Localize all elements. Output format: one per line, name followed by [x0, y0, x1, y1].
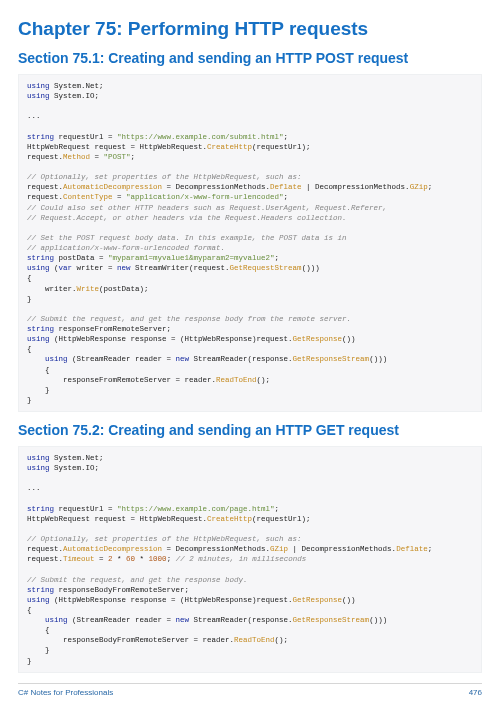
code-block-2: using System.Net; using System.IO; ... s…	[18, 446, 482, 673]
code-block-1: using System.Net; using System.IO; ... s…	[18, 74, 482, 412]
footer-book-title: C# Notes for Professionals	[18, 688, 113, 697]
section-2-title: Section 75.2: Creating and sending an HT…	[18, 422, 482, 438]
page-footer: C# Notes for Professionals 476	[18, 683, 482, 697]
section-1-title: Section 75.1: Creating and sending an HT…	[18, 50, 482, 66]
chapter-title: Chapter 75: Performing HTTP requests	[18, 18, 482, 40]
footer-page-number: 476	[469, 688, 482, 697]
